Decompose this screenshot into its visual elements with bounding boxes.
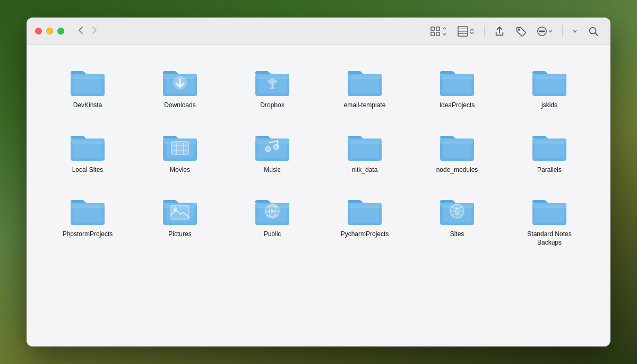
svg-rect-45 — [171, 142, 188, 154]
folder-item-sites[interactable]: Sites — [413, 187, 501, 251]
folder-label-email-template: email-template — [344, 101, 386, 110]
folder-item-email-template[interactable]: email-template — [321, 58, 409, 114]
folder-grid: DevKinsta Downloads Dropb — [44, 58, 593, 251]
svg-rect-60 — [443, 141, 471, 158]
forward-button[interactable] — [89, 25, 100, 37]
folder-label-ideaprojects: IdeaProjects — [440, 101, 475, 110]
svg-rect-17 — [73, 76, 102, 93]
nav-buttons — [75, 25, 100, 37]
folder-item-jskids[interactable]: jskids — [505, 58, 593, 114]
folder-contents: DevKinsta Downloads Dropb — [27, 45, 610, 346]
more-button[interactable] — [533, 24, 556, 39]
folder-item-music[interactable]: Music — [228, 123, 316, 179]
folder-item-standard-notes[interactable]: Standard Notes Backups — [505, 187, 593, 251]
svg-rect-91 — [535, 205, 564, 222]
share-button[interactable] — [491, 24, 508, 39]
folder-icon-dropbox — [251, 62, 294, 98]
maximize-button[interactable] — [57, 28, 64, 34]
folder-label-local-sites: Local Sites — [72, 166, 104, 175]
svg-rect-32 — [350, 76, 379, 93]
toolbar-divider-2 — [562, 25, 563, 37]
folder-label-movies: Movies — [170, 166, 190, 175]
search-button[interactable] — [585, 24, 602, 39]
folder-label-dropbox: Dropbox — [260, 101, 284, 110]
folder-icon-downloads — [159, 62, 201, 98]
folder-label-pictures: Pictures — [168, 230, 191, 239]
sort-button[interactable] — [569, 25, 581, 38]
folder-label-node_modules: node_modules — [436, 166, 478, 175]
folder-label-public: Public — [264, 230, 281, 239]
svg-point-54 — [273, 144, 279, 150]
folder-item-phpstorm-projects[interactable]: PhpstormProjects — [44, 187, 132, 251]
folder-icon-jskids — [528, 62, 571, 98]
svg-rect-66 — [73, 205, 102, 222]
svg-rect-3 — [436, 32, 440, 35]
folder-item-downloads[interactable]: Downloads — [136, 58, 224, 114]
folder-icon-node_modules — [436, 127, 478, 163]
folder-icon-sites — [436, 191, 478, 227]
folder-label-jskids: jskids — [541, 101, 557, 110]
folder-icon-devkinsta — [66, 62, 109, 98]
close-button[interactable] — [35, 28, 42, 34]
folder-label-sites: Sites — [450, 230, 464, 239]
folder-icon-ideaprojects — [436, 62, 478, 98]
finder-window: DevKinsta Downloads Dropb — [27, 18, 610, 346]
folder-item-nltk_data[interactable]: nltk_data — [321, 123, 409, 179]
svg-rect-52 — [258, 141, 287, 158]
folder-label-nltk_data: nltk_data — [352, 166, 378, 175]
folder-icon-standard-notes — [528, 191, 571, 227]
svg-rect-63 — [535, 141, 564, 158]
svg-point-11 — [541, 30, 543, 31]
svg-rect-57 — [350, 141, 379, 158]
folder-icon-public — [251, 191, 294, 227]
folder-label-parallels: Parallels — [537, 166, 562, 175]
folder-icon-music — [251, 127, 294, 163]
folder-item-local-sites[interactable]: Local Sites — [44, 123, 132, 179]
folder-item-movies[interactable]: Movies — [136, 123, 224, 179]
folder-label-phpstorm-projects: PhpstormProjects — [63, 230, 113, 239]
folder-item-node_modules[interactable]: node_modules — [413, 123, 501, 179]
svg-point-12 — [543, 30, 544, 31]
svg-rect-1 — [436, 27, 440, 30]
folder-item-pycharm-projects[interactable]: PycharmProjects — [321, 187, 409, 251]
folder-label-downloads: Downloads — [164, 101, 195, 110]
traffic-lights — [35, 28, 64, 34]
folder-icon-email-template — [343, 62, 386, 98]
toolbar-divider — [484, 25, 485, 37]
folder-icon-pycharm-projects — [343, 191, 386, 227]
list-view-button[interactable] — [454, 24, 478, 39]
folder-icon-movies — [159, 127, 201, 163]
folder-item-devkinsta[interactable]: DevKinsta — [44, 58, 132, 114]
toolbar-right — [427, 24, 602, 39]
icon-view-button[interactable] — [427, 24, 450, 39]
svg-rect-81 — [350, 205, 379, 222]
svg-rect-41 — [73, 141, 102, 158]
titlebar — [27, 18, 610, 45]
folder-label-pycharm-projects: PycharmProjects — [341, 230, 389, 239]
back-button[interactable] — [75, 25, 87, 37]
svg-rect-0 — [431, 27, 434, 30]
svg-rect-35 — [443, 76, 471, 93]
folder-icon-phpstorm-projects — [66, 191, 109, 227]
svg-rect-2 — [431, 32, 434, 35]
svg-point-53 — [265, 146, 271, 152]
svg-line-14 — [595, 33, 598, 36]
folder-item-public[interactable]: Public — [228, 187, 316, 251]
folder-icon-pictures — [159, 191, 201, 227]
folder-icon-parallels — [528, 127, 571, 163]
folder-icon-nltk_data — [343, 127, 386, 163]
svg-point-8 — [518, 29, 520, 30]
folder-label-music: Music — [264, 166, 280, 175]
minimize-button[interactable] — [46, 28, 53, 34]
folder-label-standard-notes: Standard Notes Backups — [520, 230, 579, 247]
folder-icon-local-sites — [66, 127, 109, 163]
tag-button[interactable] — [512, 24, 529, 39]
svg-rect-38 — [535, 76, 564, 93]
svg-point-10 — [539, 30, 540, 31]
folder-label-devkinsta: DevKinsta — [73, 101, 102, 110]
folder-item-parallels[interactable]: Parallels — [505, 123, 593, 179]
folder-item-ideaprojects[interactable]: IdeaProjects — [413, 58, 501, 114]
folder-item-pictures[interactable]: Pictures — [136, 187, 224, 251]
folder-item-dropbox[interactable]: Dropbox — [228, 58, 316, 114]
